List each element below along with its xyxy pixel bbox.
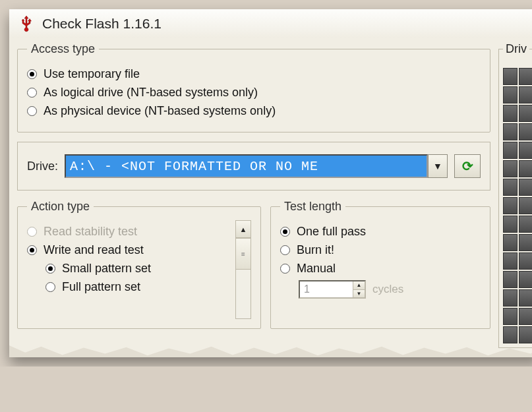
radio-label: Use temporary file (44, 67, 140, 81)
map-cell (519, 105, 532, 122)
map-cell (503, 179, 517, 196)
map-cell (503, 68, 517, 85)
test-length-option-onepass[interactable]: One full pass (280, 225, 481, 239)
map-cell (503, 271, 517, 288)
radio-label: Full pattern set (62, 280, 140, 294)
map-cell (503, 252, 517, 270)
radio-label: Small pattern set (62, 262, 151, 276)
radio-label: One full pass (297, 225, 366, 239)
drive-selector-box: Drive: A:\ - <NOT FORMATTED OR NO ME ▼ ⟳ (17, 142, 490, 191)
pattern-option-small[interactable]: Small pattern set (45, 262, 231, 276)
window-title: Check Flash 1.16.1 (42, 16, 162, 32)
scroll-up-icon[interactable]: ▲ (236, 221, 251, 238)
map-cell (503, 197, 517, 214)
map-cell (519, 68, 532, 85)
map-cell (503, 234, 517, 251)
cycles-spinner[interactable]: ▲ ▼ (299, 280, 366, 299)
access-type-option-temp-file[interactable]: Use temporary file (27, 67, 481, 81)
radio-icon (27, 69, 37, 79)
drive-map-legend: Driv (503, 42, 529, 56)
app-window: Check Flash 1.16.1 Access type Use tempo… (9, 9, 532, 357)
map-cell (519, 197, 532, 214)
map-cell (519, 160, 532, 177)
test-length-option-burn[interactable]: Burn it! (280, 243, 481, 257)
radio-label: Read stability test (44, 225, 137, 239)
left-column: Access type Use temporary file As logica… (17, 42, 490, 348)
map-cell (503, 123, 517, 140)
map-cell (519, 271, 532, 288)
map-cell (519, 252, 532, 270)
radio-label: As physical device (NT-based systems onl… (44, 104, 276, 118)
radio-label: Manual (297, 262, 336, 276)
pattern-option-full[interactable]: Full pattern set (45, 280, 231, 294)
usb-icon (18, 15, 34, 33)
action-type-legend: Action type (27, 200, 94, 214)
lower-row: Action type Read stability test Write an… (17, 200, 490, 329)
map-cell (503, 326, 517, 343)
cycles-up-button[interactable]: ▲ (353, 281, 365, 290)
action-type-group: Action type Read stability test Write an… (17, 200, 261, 329)
map-cell (503, 160, 517, 177)
radio-icon (280, 245, 290, 255)
map-cell (519, 142, 532, 159)
radio-icon (280, 227, 290, 237)
action-scrollbar[interactable]: ▲ ≡ (235, 220, 251, 319)
cycles-down-button[interactable]: ▼ (353, 290, 365, 298)
right-column: Driv (498, 42, 532, 348)
map-cell (519, 123, 532, 140)
cycles-row: ▲ ▼ cycles (299, 280, 481, 299)
radio-icon (27, 245, 37, 255)
map-cell (519, 234, 532, 251)
access-type-option-physical[interactable]: As physical device (NT-based systems onl… (27, 104, 481, 118)
titlebar: Check Flash 1.16.1 (9, 9, 532, 38)
test-length-group: Test length One full pass Burn it! Manua… (270, 200, 490, 329)
map-cell (503, 308, 517, 325)
pattern-subgroup: Small pattern set Full pattern set (45, 262, 231, 294)
cycles-input[interactable] (300, 281, 353, 297)
drive-map-group: Driv (498, 42, 532, 348)
radio-label: As logical drive (NT-based systems only) (44, 86, 258, 100)
scroll-thumb[interactable]: ≡ (236, 238, 251, 270)
map-cell (503, 142, 517, 159)
refresh-icon: ⟳ (462, 158, 473, 174)
test-length-legend: Test length (280, 200, 345, 214)
drive-map-grid (503, 63, 532, 343)
access-type-group: Access type Use temporary file As logica… (17, 42, 490, 132)
map-cell (519, 86, 532, 103)
map-cell (519, 216, 532, 233)
map-cell (503, 86, 517, 103)
radio-icon (280, 264, 290, 274)
drive-dropdown-button[interactable]: ▼ (428, 154, 448, 178)
access-type-option-logical[interactable]: As logical drive (NT-based systems only) (27, 86, 481, 100)
drive-value: A:\ - <NOT FORMATTED OR NO ME (65, 154, 428, 178)
test-length-option-manual[interactable]: Manual (280, 262, 481, 276)
radio-icon (27, 88, 37, 98)
drive-label: Drive: (27, 160, 58, 173)
access-type-legend: Access type (27, 42, 99, 56)
radio-icon (45, 282, 55, 292)
drive-combobox[interactable]: A:\ - <NOT FORMATTED OR NO ME ▼ (65, 154, 448, 178)
radio-label: Write and read test (44, 243, 144, 257)
map-cell (519, 326, 532, 343)
action-type-list: Read stability test Write and read test … (27, 220, 231, 319)
action-option-write-read[interactable]: Write and read test (27, 243, 231, 257)
map-cell (519, 179, 532, 196)
map-cell (503, 289, 517, 307)
map-cell (503, 105, 517, 122)
drive-refresh-button[interactable]: ⟳ (454, 154, 481, 178)
radio-icon (45, 264, 55, 274)
radio-icon (27, 227, 37, 237)
radio-label: Burn it! (297, 243, 334, 257)
action-option-read-stability: Read stability test (27, 225, 231, 239)
scroll-track[interactable] (236, 270, 251, 318)
cycles-label: cycles (372, 283, 403, 296)
map-cell (503, 216, 517, 233)
radio-icon (27, 106, 37, 116)
map-cell (519, 289, 532, 307)
map-cell (519, 308, 532, 325)
client-area: Access type Use temporary file As logica… (9, 38, 532, 348)
